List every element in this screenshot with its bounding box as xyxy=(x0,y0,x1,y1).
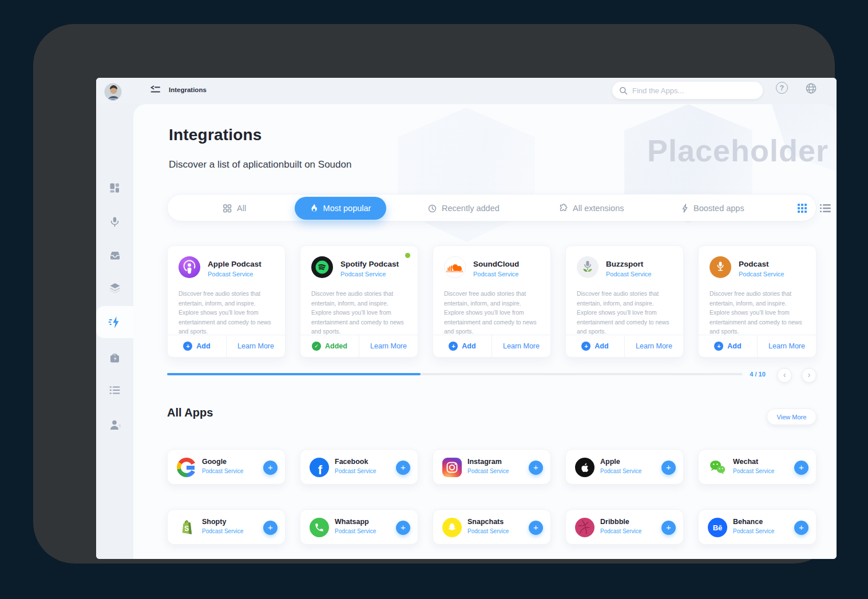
added-button[interactable]: ✓ Added xyxy=(300,335,359,357)
app-tile-apple[interactable]: Apple Podcast Service + xyxy=(565,449,684,485)
podcast-logo xyxy=(710,256,731,278)
search-icon xyxy=(619,86,628,95)
snapchats-logo xyxy=(442,518,462,537)
add-app-button[interactable]: + xyxy=(263,461,278,475)
add-button[interactable]: + Add xyxy=(433,335,492,357)
plus-circle-icon: + xyxy=(714,342,723,351)
app-category-link[interactable]: Podcast Service xyxy=(467,528,509,534)
app-category-link[interactable]: Podcast Service xyxy=(467,468,509,474)
plus-icon: + xyxy=(401,463,406,471)
add-button[interactable]: + Add xyxy=(566,335,624,357)
soundcloud-caption: SOUNDCLOUD xyxy=(446,271,463,273)
carousel-progress-track[interactable] xyxy=(167,373,743,375)
sidebar-item-integrations-active[interactable] xyxy=(96,310,133,335)
collapse-sidebar-icon[interactable] xyxy=(149,85,161,94)
add-label: Add xyxy=(462,342,475,350)
tab-most-popular[interactable]: Most popular xyxy=(295,197,386,220)
list-view-icon[interactable] xyxy=(820,203,831,213)
learn-more-label: Learn More xyxy=(237,342,274,350)
tab-all-extensions[interactable]: All extensions xyxy=(558,195,624,222)
app-category-link[interactable]: Podcast Service xyxy=(600,468,641,474)
search-input[interactable] xyxy=(632,86,756,95)
sidebar-item-playlist[interactable] xyxy=(96,378,133,403)
plus-icon: + xyxy=(268,463,273,471)
add-app-button[interactable]: + xyxy=(529,521,543,535)
card-spotify-podcast[interactable]: Spotify Podcast Podcast Service Discover… xyxy=(300,245,418,358)
tab-recently-added[interactable]: Recently added xyxy=(428,195,500,222)
app-tile-facebook[interactable]: f Facebook Podcast Service + xyxy=(300,449,418,485)
sidebar-item-inbox[interactable] xyxy=(96,243,133,268)
tab-boosted-apps[interactable]: Boosted apps xyxy=(681,195,744,222)
sidebar-item-toolbox[interactable] xyxy=(96,346,133,371)
app-tile-dribbble[interactable]: Dribbble Podcast Service + xyxy=(565,509,684,545)
sidebar-item-recordings[interactable] xyxy=(96,209,133,234)
app-tile-google[interactable]: Google Podcast Service + xyxy=(167,449,286,485)
app-tile-snapchats[interactable]: Snapchats Podcast Service + xyxy=(433,509,551,545)
card-footer: ✓ Added Learn More xyxy=(300,335,418,357)
help-icon[interactable]: ? xyxy=(776,82,788,94)
globe-icon[interactable] xyxy=(804,82,817,94)
search-bar[interactable] xyxy=(612,82,763,99)
app-category-link[interactable]: Podcast Service xyxy=(739,271,784,277)
sidebar-item-dashboard[interactable] xyxy=(96,175,133,200)
facebook-f: f xyxy=(318,463,322,478)
app-category-link[interactable]: Podcast Service xyxy=(600,528,641,534)
app-category-link[interactable]: Podcast Service xyxy=(335,468,376,474)
add-app-button[interactable]: + xyxy=(661,461,676,475)
app-tile-whatsapp[interactable]: Whatsapp Podcast Service + xyxy=(300,509,418,545)
next-page-button[interactable]: › xyxy=(802,368,817,383)
app-category-link[interactable]: Podcast Service xyxy=(208,271,253,277)
card-apple-podcast[interactable]: Apple Podcast Podcast Service Discover f… xyxy=(167,245,286,358)
grid-view-icon[interactable] xyxy=(797,203,808,213)
app-tile-wechat[interactable]: Wechat Podcast Service + xyxy=(698,449,817,485)
app-category-link[interactable]: Podcast Service xyxy=(335,528,376,534)
card-buzzsport[interactable]: Buzzsport Podcast Service Discover free … xyxy=(565,245,684,358)
learn-more-button[interactable]: Learn More xyxy=(624,335,683,357)
card-footer: + Add Learn More xyxy=(168,335,285,357)
add-app-button[interactable]: + xyxy=(396,521,410,535)
tab-all[interactable]: All xyxy=(223,195,246,222)
add-app-button[interactable]: + xyxy=(794,521,808,535)
app-tile-behance[interactable]: Bē Behance Podcast Service + xyxy=(698,509,817,545)
app-category-link[interactable]: Podcast Service xyxy=(733,528,774,534)
learn-more-button[interactable]: Learn More xyxy=(757,335,816,357)
sidebar-item-account[interactable] xyxy=(96,412,133,437)
learn-more-button[interactable]: Learn More xyxy=(359,335,418,357)
app-category-link[interactable]: Podcast Service xyxy=(733,468,774,474)
app-category-link[interactable]: Podcast Service xyxy=(606,271,651,277)
apple-logo xyxy=(575,458,594,477)
user-avatar[interactable] xyxy=(104,83,122,101)
app-tile-shopty[interactable]: S Shopty Podcast Service + xyxy=(167,509,286,545)
app-category-link[interactable]: Podcast Service xyxy=(202,528,243,534)
card-soundcloud[interactable]: SOUNDCLOUD SoundCloud Podcast Service Di… xyxy=(433,245,551,358)
plus-icon: + xyxy=(666,523,671,531)
filter-bar: All Most popular Recently added xyxy=(167,194,817,221)
app-category-link[interactable]: Podcast Service xyxy=(473,271,518,277)
app-category-link[interactable]: Podcast Service xyxy=(202,468,243,474)
added-label: Added xyxy=(325,342,347,350)
add-button[interactable]: + Add xyxy=(699,335,757,357)
card-podcast[interactable]: Podcast Podcast Service Discover free au… xyxy=(698,245,817,358)
app-name: SoundCloud xyxy=(473,260,519,268)
instagram-logo xyxy=(442,458,462,477)
add-app-button[interactable]: + xyxy=(263,521,278,535)
view-more-button[interactable]: View More xyxy=(767,408,817,425)
add-app-button[interactable]: + xyxy=(794,461,808,475)
learn-more-button[interactable]: Learn More xyxy=(492,335,550,357)
app-tile-instagram[interactable]: Instagram Podcast Service + xyxy=(433,449,551,485)
add-app-button[interactable]: + xyxy=(396,461,410,475)
tab-label: Most popular xyxy=(323,204,371,213)
add-app-button[interactable]: + xyxy=(529,461,543,475)
sidebar-item-layers[interactable] xyxy=(96,275,133,300)
app-description: Discover free audio stories that enterta… xyxy=(444,289,542,337)
add-app-button[interactable]: + xyxy=(661,521,676,535)
playlist-icon xyxy=(109,386,121,395)
add-button[interactable]: + Add xyxy=(168,335,226,357)
microphone-icon xyxy=(109,216,121,228)
prev-page-button[interactable]: ‹ xyxy=(777,368,792,383)
learn-more-button[interactable]: Learn More xyxy=(226,335,285,357)
bolt-icon xyxy=(681,204,688,213)
tab-label: Boosted apps xyxy=(693,204,744,213)
apps-row: S Shopty Podcast Service + Whatsapp Podc… xyxy=(167,509,817,545)
app-category-link[interactable]: Podcast Service xyxy=(340,271,386,277)
